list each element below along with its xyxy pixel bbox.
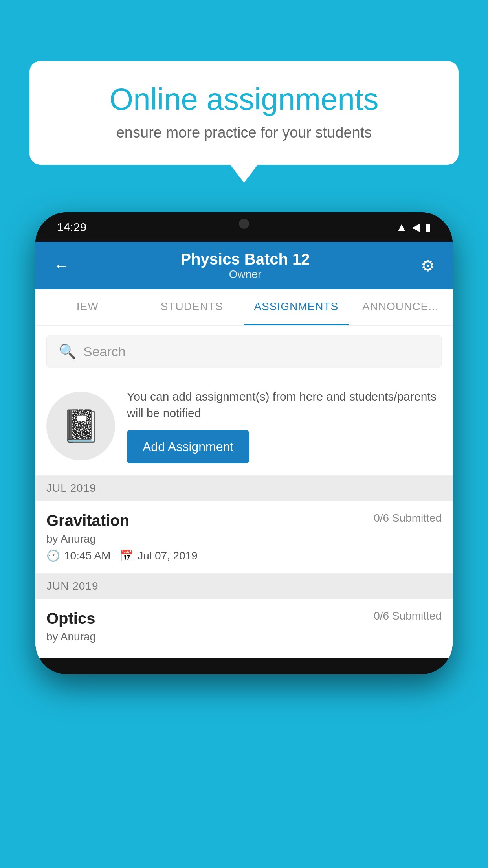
assignment-name-gravitation: Gravitation (46, 512, 129, 530)
notebook-icon: 📓 (61, 408, 101, 445)
app-bar-title: Physics Batch 12 (180, 250, 310, 268)
wifi-icon: ▲ (396, 221, 407, 234)
tab-assignments[interactable]: ASSIGNMENTS (244, 289, 349, 326)
phone-notch (209, 212, 279, 235)
time-label-gravitation: 10:45 AM (64, 550, 110, 562)
assignment-name-optics: Optics (46, 610, 95, 627)
assignment-header-gravitation: Gravitation 0/6 Submitted (46, 512, 442, 530)
speech-bubble: Online assignments ensure more practice … (29, 61, 459, 165)
status-icons: ▲ ◀ ▮ (396, 221, 431, 234)
assignment-description: You can add assignment(s) from here and … (127, 388, 442, 421)
app-bar-center: Physics Batch 12 Owner (180, 250, 310, 281)
app-bar-subtitle: Owner (180, 268, 310, 281)
back-button[interactable]: ← (53, 256, 70, 275)
speech-bubble-subtitle: ensure more practice for your students (53, 124, 435, 141)
search-bar-container: 🔍 Search (35, 326, 453, 377)
search-placeholder: Search (83, 344, 126, 359)
tab-students[interactable]: STUDENTS (140, 289, 244, 326)
speech-bubble-title: Online assignments (53, 83, 435, 116)
month-label-jul: JUL 2019 (46, 482, 96, 494)
assignment-icon-circle: 📓 (46, 392, 115, 460)
tab-bar: IEW STUDENTS ASSIGNMENTS ANNOUNCE... (35, 289, 453, 326)
assignment-time-gravitation: 🕐 10:45 AM (46, 549, 110, 562)
tab-announcements[interactable]: ANNOUNCE... (349, 289, 453, 326)
month-divider-jul: JUL 2019 (35, 476, 453, 501)
notch-camera (239, 219, 249, 229)
submitted-count-gravitation: 0/6 Submitted (374, 512, 442, 524)
battery-icon: ▮ (425, 221, 431, 234)
month-label-jun: JUN 2019 (46, 580, 99, 592)
signal-icon: ◀ (412, 221, 420, 234)
month-divider-jun: JUN 2019 (35, 574, 453, 599)
status-bar: 14:29 ▲ ◀ ▮ (35, 212, 453, 242)
submitted-count-optics: 0/6 Submitted (374, 610, 442, 622)
phone-screen: 🔍 Search 📓 You can add assignment(s) fro… (35, 326, 453, 658)
settings-icon[interactable]: ⚙ (421, 257, 435, 275)
assignment-author-gravitation: by Anurag (46, 533, 442, 545)
phone-device: 14:29 ▲ ◀ ▮ ← Physics Batch 12 Owner ⚙ I… (35, 212, 453, 674)
clock-icon: 🕐 (46, 549, 60, 562)
tab-iew[interactable]: IEW (35, 289, 140, 326)
calendar-icon: 📅 (120, 549, 134, 562)
assignment-date-gravitation: 📅 Jul 07, 2019 (120, 549, 198, 562)
speech-bubble-container: Online assignments ensure more practice … (29, 61, 459, 165)
search-input[interactable]: 🔍 Search (46, 335, 442, 368)
assignment-item-optics[interactable]: Optics 0/6 Submitted by Anurag (35, 599, 453, 658)
assignment-info: You can add assignment(s) from here and … (127, 388, 442, 463)
phone-bottom (35, 658, 453, 674)
assignment-author-optics: by Anurag (46, 631, 442, 643)
app-bar: ← Physics Batch 12 Owner ⚙ (35, 242, 453, 289)
date-label-gravitation: Jul 07, 2019 (138, 550, 198, 562)
status-time: 14:29 (57, 221, 86, 234)
assignment-header-optics: Optics 0/6 Submitted (46, 610, 442, 627)
add-assignment-section: 📓 You can add assignment(s) from here an… (35, 377, 453, 476)
assignment-item-gravitation[interactable]: Gravitation 0/6 Submitted by Anurag 🕐 10… (35, 501, 453, 574)
search-icon: 🔍 (59, 343, 76, 360)
assignment-details-gravitation: 🕐 10:45 AM 📅 Jul 07, 2019 (46, 549, 442, 562)
add-assignment-button[interactable]: Add Assignment (127, 430, 249, 463)
